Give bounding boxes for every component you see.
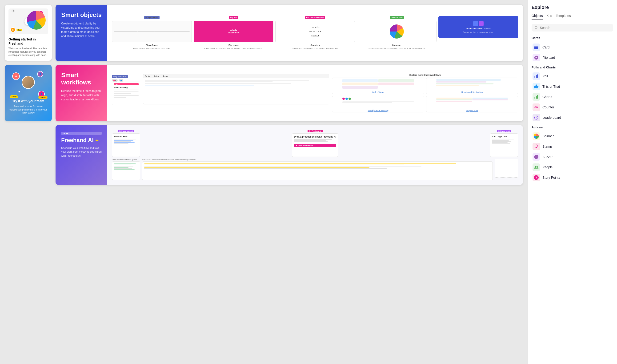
write-brief-btn[interactable]: ✦ Write Product Brief [294, 144, 336, 147]
sidebar-item-counter[interactable]: -3+ Counter [532, 102, 613, 112]
spinners-label: Spinners [392, 44, 402, 46]
freehand-ai-right: Edit your content Product Brief [107, 125, 523, 185]
wa-3 [349, 98, 351, 100]
weekly-avatars [342, 98, 414, 100]
pp-col-2 [472, 98, 508, 107]
sidebar-item-card[interactable]: Card [532, 42, 613, 52]
spinners-item: Give it a spin Spinners Give it a spin! … [357, 16, 437, 50]
freehand-ai-desc: Speed up your workflow and take your wor… [61, 146, 102, 158]
edit-content-section: Edit your content Product Brief [112, 130, 140, 157]
explore-icon-1 [473, 21, 478, 26]
buzzer-circle [534, 155, 538, 159]
poll-label: Poll [542, 74, 548, 78]
try-it-card[interactable]: A 👤 👤 Avery ✦ Sophie Try it with your te… [5, 65, 52, 121]
tab-kits[interactable]: Kits [546, 14, 552, 20]
svg-rect-4 [535, 76, 535, 78]
counters-item: Let's do some math This... - 2 + And thi… [275, 16, 355, 50]
getting-started-card[interactable]: M 🔥 3 ▶ K Kate Getting started in Free [5, 5, 52, 61]
sidebar-item-spinner[interactable]: Spinner [532, 131, 613, 141]
add-page-lines [492, 139, 516, 144]
poll-icon [533, 72, 540, 80]
abl-1 [114, 163, 136, 164]
wow-item-1 [342, 79, 378, 82]
roadmap-label[interactable]: Roadmap Prioritization [461, 91, 483, 93]
svg-rect-2 [534, 46, 538, 49]
table-row-4 [145, 85, 254, 86]
sidebar-item-this-or-that[interactable]: This or That [532, 81, 613, 92]
roadmap-thumb[interactable]: Roadmap Prioritization [426, 78, 518, 94]
write-brief-label: Write Product Brief [298, 145, 313, 146]
abr-1 [144, 163, 456, 164]
wow-item-4 [378, 79, 414, 82]
counter-num-3: 10 [317, 35, 319, 37]
table-thumb: To do Doing Done [143, 74, 329, 104]
ap-line-3 [492, 141, 511, 142]
poll-icon-svg [534, 74, 539, 78]
stamp-svg [534, 144, 539, 149]
tab-objects[interactable]: Objects [532, 14, 543, 20]
svg-rect-7 [535, 97, 535, 99]
wa-2 [346, 98, 348, 100]
this-or-that-icon [533, 83, 540, 90]
smart-objects-right: Drag into card Task Cards Add some text,… [107, 5, 523, 61]
this-or-that-svg [534, 84, 539, 89]
getting-started-header: M 🔥 3 ▶ K Kate [9, 9, 48, 34]
search-input[interactable] [540, 26, 610, 30]
roadmap-row-4 [436, 85, 479, 86]
abl-6 [114, 169, 134, 170]
smart-objects-left: Smart objects Create end-to-end clarity … [55, 5, 107, 61]
tab-templates[interactable]: Templates [556, 14, 571, 20]
pp-1 [436, 98, 472, 99]
sprint-planning-mini: Live Sprint Planning [112, 82, 140, 105]
project-plan-label[interactable]: Project Plan [466, 109, 478, 112]
flip-cards-desc: Easily assign and edit text, and flip it… [204, 47, 263, 50]
weekly-meeting-label[interactable]: Weekly Team Meeting [368, 109, 389, 112]
abr-3 [144, 166, 421, 167]
roadmap-row-3 [436, 83, 494, 84]
sidebar-item-people[interactable]: People [532, 162, 613, 172]
sidebar-item-charts[interactable]: Charts [532, 92, 613, 102]
avery-tag: Avery [10, 95, 18, 98]
smart-objects-desc: Create end-to-end clarity by visualizing… [61, 21, 102, 38]
ai-question-2: How do we improve customer success and v… [142, 159, 493, 161]
counter-text-3: Equals [311, 35, 316, 37]
counter-row-2: And this... - 8 + [309, 30, 321, 33]
leaderboard-svg [534, 115, 539, 120]
sidebar-item-story-points[interactable]: ? Story Points [532, 172, 613, 183]
pp-5 [472, 99, 508, 100]
search-box[interactable] [532, 24, 613, 31]
avatar-b: 👤 [37, 71, 43, 77]
smart-workflows-right: Drag onto cards 0 Live [107, 65, 523, 121]
svg-rect-6 [537, 75, 538, 78]
abr-4 [144, 167, 369, 168]
abl-lines [114, 163, 138, 170]
flip-cards-item: Flip me! Who isawesome? Flip cards Easil… [194, 16, 273, 50]
project-plan-thumb[interactable]: Project Plan [426, 96, 518, 112]
blank-thumb [495, 159, 518, 178]
sidebar-item-flip-card[interactable]: Flip card [532, 52, 613, 63]
abl-5 [114, 168, 132, 169]
sidebar-item-buzzer[interactable]: Buzzer [532, 152, 613, 162]
counter-icon: -3+ [533, 104, 540, 111]
counters-label-top: Let's do some math [305, 16, 325, 19]
freehand-ai-title: Freehand AI ✦ [61, 137, 102, 144]
d-line-1 [294, 139, 332, 140]
counters-label: Counters [310, 44, 320, 46]
product-brief-title: Product Brief [114, 135, 138, 138]
explore-title: Explore [532, 5, 613, 10]
wall-of-work-label[interactable]: Wall of Work [372, 91, 384, 93]
sidebar-item-stamp[interactable]: Stamp [532, 141, 613, 152]
wow-item-3 [342, 86, 378, 89]
pb-line-1 [114, 139, 136, 139]
sidebar-item-poll[interactable]: Poll [532, 71, 613, 81]
buzzer-icon [533, 153, 540, 161]
avatar-cluster: A 👤 👤 Avery ✦ Sophie [9, 69, 48, 99]
sidebar-item-leaderboard[interactable]: Leaderboard [532, 112, 613, 123]
people-label: People [542, 165, 553, 169]
edit-draft-section: Edit your draft Add Page Title [490, 130, 518, 157]
weekly-meeting-thumb[interactable]: Weekly Team Meeting [332, 96, 424, 112]
counter-icon-text: -3+ [534, 106, 538, 109]
wall-of-work-thumb[interactable]: Wall of Work [332, 78, 424, 94]
svg-rect-5 [536, 75, 537, 78]
project-content [435, 97, 509, 108]
